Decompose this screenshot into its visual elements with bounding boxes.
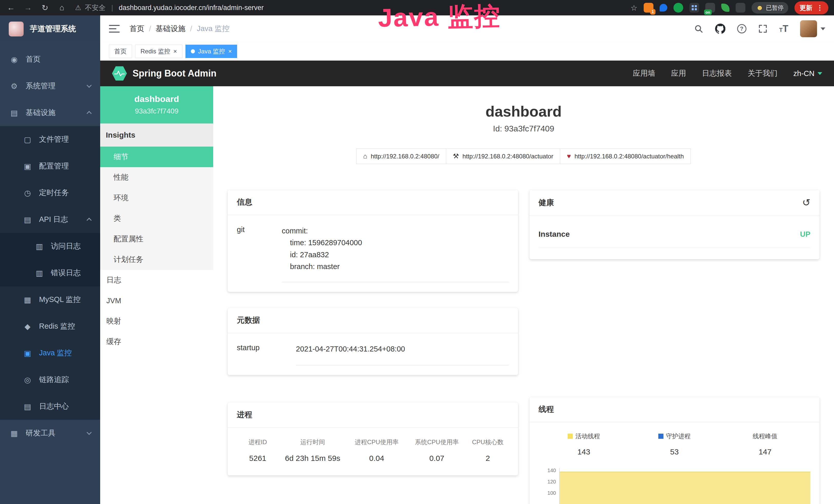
- extension-fox-icon[interactable]: 1: [644, 3, 654, 13]
- health-status-badge: UP: [800, 230, 810, 238]
- sidebar-item-label: Java 监控: [39, 348, 72, 358]
- sidebar-item-label: 错误日志: [51, 268, 81, 278]
- breadcrumb-home[interactable]: 首页: [129, 24, 144, 34]
- y-tick: 120: [547, 479, 556, 491]
- sba-nav-wallboard[interactable]: 应用墙: [633, 68, 655, 78]
- sba-item-jvm[interactable]: JVM: [100, 290, 213, 311]
- font-size-icon[interactable]: TT: [779, 23, 788, 34]
- hamburger-icon[interactable]: [109, 25, 120, 32]
- sidebar-item-config-management[interactable]: ▣ 配置管理: [0, 153, 100, 180]
- browser-forward-button[interactable]: →: [23, 3, 34, 12]
- fullscreen-icon[interactable]: [758, 24, 767, 33]
- process-col-value: 6d 23h 15m 59s: [279, 454, 347, 463]
- browser-update-button[interactable]: 更新 ⋮: [794, 1, 828, 15]
- sba-insights-label: Insights: [100, 123, 213, 146]
- breadcrumb-separator: /: [149, 25, 151, 33]
- sidebar-item-label: 系统管理: [26, 81, 56, 91]
- browser-menu-icon[interactable]: ⋮: [816, 4, 823, 12]
- sba-item-config-props[interactable]: 配置属性: [100, 229, 213, 249]
- sba-nav-applications[interactable]: 应用: [671, 68, 686, 78]
- app-frame: 芋道管理系统 ◉ 首页 ⚙ 系统管理 ▤ 基础设施: [0, 16, 834, 504]
- sba-instance-name: dashboard: [103, 94, 211, 104]
- sba-item-details[interactable]: 细节: [100, 146, 213, 167]
- browser-chrome: ← → ↻ ⌂ ⚠ 不安全 | dashboard.yudao.iocoder.…: [0, 0, 834, 16]
- sba-item-environment[interactable]: 环境: [100, 188, 213, 208]
- metadata-value: 2021-04-27T00:44:31.254+08:00: [296, 343, 509, 365]
- sidebar-item-api-logs[interactable]: ▤ API 日志: [0, 206, 100, 233]
- instance-link-health[interactable]: ♥ http://192.168.0.2:48080/actuator/heal…: [560, 148, 691, 164]
- instance-link-root[interactable]: ⌂ http://192.168.0.2:48080/: [356, 148, 446, 164]
- close-icon[interactable]: ×: [228, 48, 232, 54]
- extension-switch-icon[interactable]: on: [705, 3, 715, 13]
- sba-item-caches[interactable]: 缓存: [100, 331, 213, 352]
- api-log-icon: ▤: [23, 215, 32, 224]
- tab-label: Redis 监控: [140, 47, 170, 55]
- sidebar-item-dev-tools[interactable]: ▦ 研发工具: [0, 420, 100, 446]
- address-bar[interactable]: ⚠ 不安全 | dashboard.yudao.iocoder.cn/infra…: [75, 3, 264, 12]
- browser-home-button[interactable]: ⌂: [57, 3, 67, 12]
- sba-item-classes[interactable]: 类: [100, 208, 213, 229]
- close-icon[interactable]: ×: [173, 48, 177, 54]
- tab-java-monitor[interactable]: Java 监控 ×: [185, 45, 237, 58]
- sba-brand-title[interactable]: Spring Boot Admin: [133, 68, 217, 79]
- user-menu[interactable]: [800, 20, 825, 37]
- sidebar-item-java-monitor[interactable]: ▣ Java 监控: [0, 340, 100, 366]
- instance-link-actuator[interactable]: ⚒ http://192.168.0.2:48080/actuator: [446, 148, 560, 164]
- main-column: 首页 / 基础设施 / Java 监控 ?: [100, 16, 834, 504]
- process-col-header: 进程ID: [237, 438, 279, 446]
- daemon-threads-value: 53: [629, 448, 720, 456]
- sidebar-item-scheduled-jobs[interactable]: ◷ 定时任务: [0, 180, 100, 206]
- sba-nav-journal[interactable]: 日志报表: [702, 68, 732, 78]
- sidebar-item-system-management[interactable]: ⚙ 系统管理: [0, 73, 100, 99]
- sba-instance-header[interactable]: dashboard 93a3fc7f7409: [100, 86, 213, 123]
- sidebar-item-log-center[interactable]: ▤ 日志中心: [0, 393, 100, 420]
- sba-item-logs[interactable]: 日志: [100, 270, 213, 290]
- daemon-threads-label: 守护进程: [666, 432, 691, 440]
- history-icon[interactable]: ↺: [802, 197, 810, 208]
- sidebar-item-file-management[interactable]: ▢ 文件管理: [0, 126, 100, 153]
- breadcrumb-separator: /: [190, 25, 192, 33]
- config-icon: ▣: [23, 162, 32, 171]
- tab-home[interactable]: 首页: [109, 45, 132, 58]
- process-col-value: 5261: [237, 454, 279, 463]
- infrastructure-submenu: ▢ 文件管理 ▣ 配置管理 ◷ 定时任务 ▤ API 日志: [0, 126, 100, 420]
- sba-locale-select[interactable]: zh-CN: [793, 69, 822, 78]
- sidebar-item-error-logs[interactable]: ▥ 错误日志: [0, 259, 100, 286]
- search-icon[interactable]: [694, 24, 703, 33]
- live-threads-area: [560, 472, 811, 504]
- extension-grid-icon[interactable]: [689, 3, 699, 13]
- peak-threads-value: 147: [720, 448, 810, 456]
- spring-boot-admin-logo-icon[interactable]: [112, 66, 127, 81]
- sba-item-mappings[interactable]: 映射: [100, 311, 213, 331]
- sidebar-menu: ◉ 首页 ⚙ 系统管理 ▤ 基础设施 ▢ 文件管理: [0, 42, 100, 446]
- sidebar-item-redis-monitor[interactable]: ◆ Redis 监控: [0, 313, 100, 340]
- sidebar-item-trace[interactable]: ◎ 链路追踪: [0, 366, 100, 393]
- extension-leaf-icon[interactable]: [721, 4, 729, 12]
- tab-redis-monitor[interactable]: Redis 监控 ×: [135, 45, 182, 58]
- chevron-up-icon: [87, 218, 92, 223]
- url-text: dashboard.yudao.iocoder.cn/infra/admin-s…: [119, 4, 264, 12]
- dev-tools-icon: ▦: [9, 429, 19, 438]
- chevron-down-icon: [87, 430, 92, 435]
- sidebar-item-access-logs[interactable]: ▥ 访问日志: [0, 233, 100, 259]
- bookmark-star-icon[interactable]: ☆: [631, 3, 637, 12]
- help-icon[interactable]: ?: [737, 24, 746, 33]
- sidebar-item-home[interactable]: ◉ 首页: [0, 46, 100, 73]
- info-card-title: 信息: [227, 190, 518, 215]
- browser-back-button[interactable]: ←: [6, 3, 17, 12]
- paused-extension-pill[interactable]: ☻ 已暂停: [751, 2, 788, 14]
- extension-plug-icon[interactable]: [736, 3, 745, 13]
- browser-reload-button[interactable]: ↻: [40, 3, 50, 13]
- sba-item-scheduled-tasks[interactable]: 计划任务: [100, 249, 213, 270]
- avatar[interactable]: [800, 20, 817, 37]
- sidebar-item-mysql-monitor[interactable]: ▦ MySQL 监控: [0, 286, 100, 313]
- sba-nav-about[interactable]: 关于我们: [748, 68, 777, 78]
- github-icon[interactable]: [715, 24, 725, 34]
- extension-drop-icon[interactable]: [660, 4, 667, 12]
- log-center-icon: ▤: [23, 402, 32, 411]
- extension-green-icon[interactable]: [674, 3, 683, 13]
- sba-item-metrics[interactable]: 性能: [100, 167, 213, 188]
- app-logo[interactable]: 芋道管理系统: [0, 16, 100, 42]
- breadcrumb-infrastructure[interactable]: 基础设施: [156, 24, 185, 34]
- sidebar-item-infrastructure[interactable]: ▤ 基础设施: [0, 99, 100, 126]
